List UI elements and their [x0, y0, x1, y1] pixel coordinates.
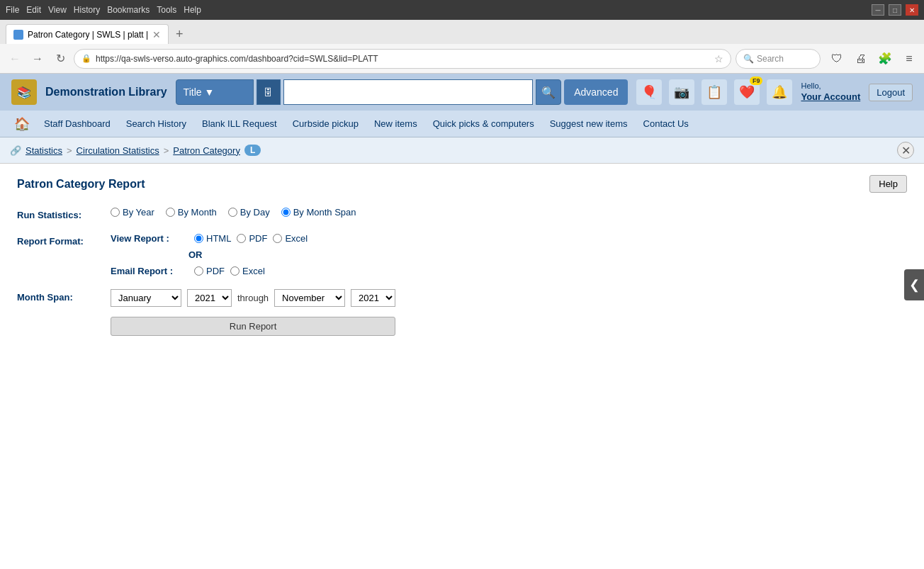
through-text: through: [237, 293, 269, 303]
radio-by-year[interactable]: By Year: [111, 207, 154, 218]
page-header: Patron Category Report Help: [17, 175, 907, 193]
radio-excel-label: Excel: [285, 233, 308, 244]
account-area: Hello, Your Account: [801, 81, 860, 103]
forward-button[interactable]: →: [28, 50, 47, 68]
radio-html-input[interactable]: [194, 234, 203, 243]
radio-pdf-input[interactable]: [237, 234, 246, 243]
run-report-button[interactable]: Run Report: [111, 317, 395, 336]
main-content: Patron Category Report Help Run Statisti…: [0, 164, 924, 518]
maximize-button[interactable]: □: [889, 4, 901, 16]
breadcrumb-close-button[interactable]: ✕: [897, 142, 914, 159]
new-tab-button[interactable]: +: [170, 24, 189, 44]
library-logo: 📚: [11, 79, 37, 105]
breadcrumb-statistics[interactable]: Statistics: [26, 145, 62, 156]
radio-email-pdf-input[interactable]: [194, 266, 203, 276]
search-button[interactable]: 🔍: [536, 79, 561, 105]
breadcrumb-circulation-statistics[interactable]: Circulation Statistics: [77, 145, 159, 156]
month-span-label: Month Span:: [17, 289, 102, 303]
radio-by-month-span[interactable]: By Month Span: [281, 207, 356, 218]
menu-help[interactable]: Help: [184, 5, 201, 15]
nav-quick-picks[interactable]: Quick picks & computers: [426, 116, 541, 132]
radio-by-day[interactable]: By Day: [228, 207, 270, 218]
radio-html-label: HTML: [206, 233, 231, 244]
radio-by-month-input[interactable]: [166, 208, 175, 217]
radio-excel-input[interactable]: [273, 234, 282, 243]
breadcrumb-bar: 🔗 Statistics > Circulation Statistics > …: [0, 137, 924, 164]
print-icon[interactable]: 🖨: [852, 50, 870, 68]
nav-new-items[interactable]: New items: [367, 116, 424, 132]
minimize-button[interactable]: ─: [872, 4, 884, 16]
close-button[interactable]: ✕: [906, 4, 918, 16]
home-icon[interactable]: 🏠: [9, 113, 35, 135]
active-tab[interactable]: Patron Category | SWLS | platt | ✕: [6, 24, 169, 44]
refresh-button[interactable]: ↻: [51, 50, 69, 68]
address-url: https://qa-swls-verso.auto-graphics.com/…: [96, 54, 378, 64]
from-month-select[interactable]: January February March April May June Ju…: [111, 289, 181, 307]
breadcrumb-sep-1: >: [67, 145, 72, 156]
to-month-select[interactable]: January February March April May June Ju…: [274, 289, 345, 307]
menu-view[interactable]: View: [48, 5, 67, 15]
hello-text: Hello,: [801, 81, 860, 91]
bookmark-star-icon[interactable]: ☆: [714, 53, 723, 64]
run-statistics-row: Run Statistics: By Year By Month By Day …: [17, 207, 907, 220]
search-placeholder: Search: [757, 54, 784, 64]
menu-file[interactable]: File: [6, 5, 19, 15]
heart-icon-button[interactable]: ❤️ F9: [734, 79, 760, 105]
logout-button[interactable]: Logout: [869, 84, 913, 101]
nav-contact-us[interactable]: Contact Us: [636, 116, 696, 132]
extension-icon[interactable]: 🧩: [876, 50, 894, 68]
radio-by-month[interactable]: By Month: [166, 207, 217, 218]
search-type-chevron-icon: ▼: [205, 86, 215, 98]
report-format-label: Report Format:: [17, 233, 102, 247]
radio-by-month-span-input[interactable]: [281, 208, 291, 217]
to-year-select[interactable]: 2019 2020 2021 2022 2023: [351, 289, 395, 307]
radio-excel[interactable]: Excel: [273, 233, 308, 244]
nav-search-history[interactable]: Search History: [119, 116, 193, 132]
view-report-row: View Report : HTML PDF Excel: [111, 233, 308, 244]
radio-email-pdf[interactable]: PDF: [194, 266, 225, 276]
menu-tools[interactable]: Tools: [157, 5, 176, 15]
tab-close-button[interactable]: ✕: [152, 30, 161, 40]
search-input[interactable]: [283, 79, 534, 105]
search-db-icon[interactable]: 🗄: [257, 79, 281, 105]
radio-email-excel-input[interactable]: [230, 266, 240, 276]
camera-icon-button[interactable]: 📷: [669, 79, 694, 105]
search-type-select[interactable]: Title ▼: [176, 79, 254, 105]
radio-html[interactable]: HTML: [194, 233, 231, 244]
nav-suggest-new-items[interactable]: Suggest new items: [543, 116, 635, 132]
radio-pdf[interactable]: PDF: [237, 233, 267, 244]
app-nav: 🏠 Staff Dashboard Search History Blank I…: [0, 111, 924, 137]
view-report-label: View Report :: [111, 233, 188, 244]
menu-edit[interactable]: Edit: [26, 5, 41, 15]
back-button[interactable]: ←: [6, 50, 24, 68]
library-name: Demonstration Library: [45, 86, 167, 98]
menu-bookmarks[interactable]: Bookmarks: [107, 5, 150, 15]
nav-staff-dashboard[interactable]: Staff Dashboard: [37, 116, 118, 132]
nav-blank-ill-request[interactable]: Blank ILL Request: [195, 116, 284, 132]
browser-toolbar-icons: 🛡 🖨 🧩 ≡: [828, 50, 918, 68]
radio-email-excel[interactable]: Excel: [230, 266, 265, 276]
email-report-row: Email Report : PDF Excel: [111, 266, 308, 276]
breadcrumb-patron-category[interactable]: Patron Category: [173, 145, 240, 156]
balloon-icon-button[interactable]: 🎈: [636, 79, 662, 105]
radio-by-day-input[interactable]: [228, 208, 237, 217]
list-icon-button[interactable]: 📋: [702, 79, 727, 105]
browser-tabbar: Patron Category | SWLS | platt | ✕ +: [0, 20, 924, 44]
browser-search-box[interactable]: 🔍 Search: [736, 49, 821, 69]
menu-icon[interactable]: ≡: [900, 50, 918, 68]
address-box[interactable]: 🔒 https://qa-swls-verso.auto-graphics.co…: [74, 49, 731, 69]
shield-icon[interactable]: 🛡: [828, 50, 846, 68]
radio-email-pdf-label: PDF: [206, 266, 225, 276]
search-icon: 🔍: [743, 54, 754, 64]
from-year-select[interactable]: 2019 2020 2021 2022 2023: [187, 289, 232, 307]
side-panel-toggle[interactable]: ❮: [904, 269, 924, 300]
breadcrumb-sep-2: >: [164, 145, 169, 156]
radio-by-year-input[interactable]: [111, 208, 120, 217]
nav-curbside-pickup[interactable]: Curbside pickup: [286, 116, 366, 132]
your-account-link[interactable]: Your Account: [801, 91, 860, 103]
form-section: Run Statistics: By Year By Month By Day …: [17, 207, 907, 336]
menu-history[interactable]: History: [74, 5, 100, 15]
help-button[interactable]: Help: [869, 175, 907, 193]
notification-icon-button[interactable]: 🔔: [767, 79, 792, 105]
advanced-search-button[interactable]: Advanced: [564, 79, 628, 105]
